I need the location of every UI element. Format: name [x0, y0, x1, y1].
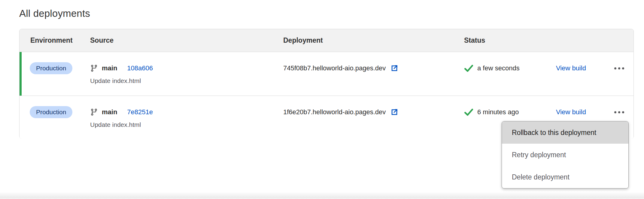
status-cell: 6 minutes ago — [464, 106, 519, 119]
check-icon — [464, 108, 473, 117]
row-actions-cell — [614, 62, 624, 75]
environment-cell: Production — [30, 106, 72, 119]
status-text: 6 minutes ago — [477, 108, 519, 116]
view-build-link[interactable]: View build — [556, 108, 586, 116]
commit-message-cell: Update index.html — [90, 77, 141, 85]
commit-message: Update index.html — [90, 121, 141, 128]
current-deployment-indicator — [20, 52, 22, 96]
deployment-url: 1f6e20b7.helloworld-aio.pages.dev — [283, 108, 386, 116]
git-branch-icon — [90, 64, 98, 72]
view-build-cell: View build — [556, 62, 586, 75]
menu-item-retry[interactable]: Retry deployment — [502, 144, 628, 166]
branch-name: main — [102, 64, 117, 72]
column-header-source: Source — [90, 36, 114, 44]
check-icon — [464, 64, 473, 73]
deployment-url: 745f08b7.helloworld-aio.pages.dev — [283, 64, 386, 72]
row-actions-cell — [614, 106, 624, 119]
deployment-context-menu: Rollback to this deployment Retry deploy… — [502, 121, 629, 188]
source-cell: main 7e8251e — [90, 106, 153, 119]
ellipsis-menu-icon[interactable] — [614, 64, 624, 73]
environment-cell: Production — [30, 62, 72, 75]
menu-item-rollback[interactable]: Rollback to this deployment — [502, 121, 628, 144]
table-header-row: Environment Source Deployment Status — [20, 29, 633, 52]
section-divider — [0, 192, 644, 199]
ellipsis-menu-icon[interactable] — [614, 108, 624, 117]
commit-link[interactable]: 7e8251e — [127, 108, 153, 116]
status-text: a few seconds — [477, 64, 520, 72]
deployment-cell: 1f6e20b7.helloworld-aio.pages.dev — [283, 106, 398, 119]
commit-message: Update index.html — [90, 77, 141, 84]
menu-item-delete[interactable]: Delete deployment — [502, 166, 628, 188]
external-link-icon[interactable] — [390, 64, 398, 72]
commit-link[interactable]: 108a606 — [127, 64, 153, 72]
environment-badge: Production — [30, 106, 72, 118]
column-header-status: Status — [464, 36, 485, 44]
branch-name: main — [102, 108, 117, 116]
status-cell: a few seconds — [464, 62, 520, 75]
view-build-link[interactable]: View build — [556, 64, 586, 72]
commit-message-cell: Update index.html — [90, 121, 141, 129]
page-title: All deployments — [19, 8, 90, 19]
git-branch-icon — [90, 108, 98, 116]
deployment-cell: 745f08b7.helloworld-aio.pages.dev — [283, 62, 398, 75]
view-build-cell: View build — [556, 106, 586, 119]
source-cell: main 108a606 — [90, 62, 153, 75]
environment-badge: Production — [30, 62, 72, 74]
deployment-row-current: Production main 108a606 Update index.htm… — [20, 52, 633, 96]
column-header-deployment: Deployment — [283, 36, 323, 44]
column-header-environment: Environment — [30, 36, 73, 44]
external-link-icon[interactable] — [390, 108, 398, 116]
